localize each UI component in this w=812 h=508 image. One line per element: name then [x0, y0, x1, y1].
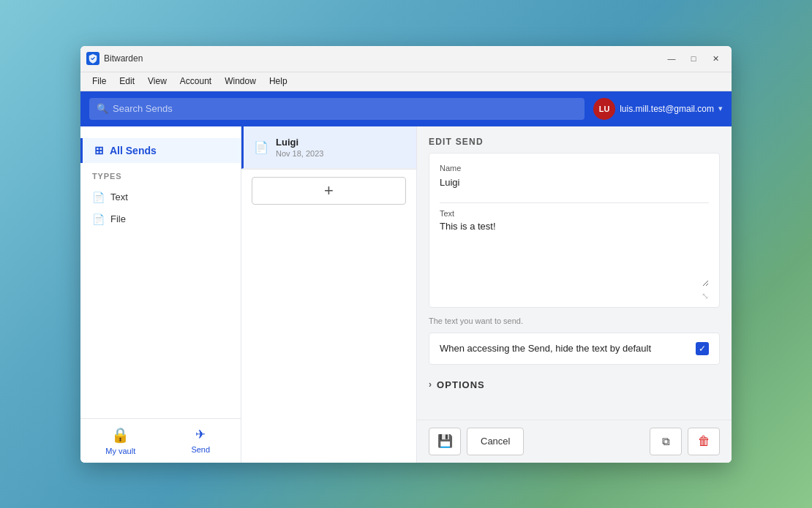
sidebar-type-text-label: Text: [110, 192, 128, 202]
sidebar-item-text[interactable]: 📄 Text: [80, 186, 241, 208]
menu-bar: File Edit View Account Window Help: [80, 72, 732, 91]
lock-icon: 🔒: [111, 426, 129, 444]
send-item-date: Nov 18, 2023: [276, 149, 406, 158]
minimize-button[interactable]: —: [661, 50, 682, 67]
menu-file[interactable]: File: [86, 75, 112, 88]
search-box[interactable]: 🔍: [89, 98, 584, 120]
menu-view[interactable]: View: [142, 75, 173, 88]
menu-help[interactable]: Help: [263, 75, 293, 88]
close-button[interactable]: ✕: [705, 50, 726, 67]
add-send-button[interactable]: +: [252, 177, 406, 205]
maximize-button[interactable]: □: [683, 50, 704, 67]
options-label: OPTIONS: [437, 379, 485, 390]
bitwarden-logo: [86, 52, 99, 65]
cancel-button[interactable]: Cancel: [467, 428, 524, 455]
my-vault-button[interactable]: 🔒 My vault: [80, 419, 161, 463]
save-icon: 💾: [437, 433, 453, 449]
save-button[interactable]: 💾: [429, 428, 461, 455]
edit-send-card: Name Text This is a test! ⤡: [429, 153, 720, 308]
options-chevron-icon: ›: [429, 379, 432, 390]
copy-button[interactable]: ⧉: [650, 428, 682, 455]
chevron-down-icon: ▾: [718, 104, 723, 113]
window-title: Bitwarden: [104, 53, 143, 64]
text-textarea[interactable]: This is a test!: [440, 221, 709, 287]
send-list-bottom: +: [241, 169, 416, 212]
edit-send-header: EDIT SEND: [417, 126, 732, 153]
name-input[interactable]: [440, 177, 709, 188]
hide-text-label: When accessing the Send, hide the text b…: [440, 343, 651, 354]
search-input[interactable]: [113, 103, 577, 114]
edit-send-panel: EDIT SEND Name Text This is a test! ⤡ Th…: [417, 126, 732, 463]
hide-text-checkbox-row[interactable]: When accessing the Send, hide the text b…: [429, 333, 720, 365]
avatar: LU: [593, 98, 615, 120]
main-content: ⊞ All Sends TYPES 📄 Text 📄 File 🔒 My vau…: [80, 126, 732, 463]
copy-icon: ⧉: [662, 435, 670, 448]
text-field-label: Text: [440, 209, 709, 218]
list-item[interactable]: 📄 Luigi Nov 18, 2023: [241, 126, 416, 169]
send-item-doc-icon: 📄: [254, 140, 268, 154]
menu-window[interactable]: Window: [219, 75, 262, 88]
edit-panel-footer: 💾 Cancel ⧉ 🗑: [417, 420, 732, 463]
menu-account[interactable]: Account: [174, 75, 217, 88]
sidebar-footer: 🔒 My vault ✈ Send: [80, 418, 241, 463]
window-controls: — □ ✕: [661, 50, 726, 67]
all-sends-label: All Sends: [110, 145, 157, 156]
my-vault-label: My vault: [105, 447, 135, 455]
edit-send-body: Name Text This is a test! ⤡ The text you…: [417, 153, 732, 420]
send-nav-label: Send: [191, 445, 210, 454]
sidebar: ⊞ All Sends TYPES 📄 Text 📄 File 🔒 My vau…: [80, 126, 241, 463]
send-icon: ✈: [195, 427, 206, 442]
user-menu[interactable]: LU luis.mill.test@gmail.com ▾: [593, 98, 723, 120]
delete-button[interactable]: 🗑: [688, 428, 720, 455]
sidebar-item-file[interactable]: 📄 File: [80, 208, 241, 230]
name-field-label: Name: [440, 164, 709, 173]
hide-text-checkbox[interactable]: ✓: [696, 342, 709, 355]
title-bar: Bitwarden — □ ✕: [80, 46, 732, 72]
sidebar-type-file-label: File: [110, 213, 126, 224]
options-row[interactable]: › OPTIONS: [429, 374, 720, 399]
header-bar: 🔍 LU luis.mill.test@gmail.com ▾: [80, 91, 732, 126]
grid-icon: ⊞: [94, 144, 104, 157]
search-icon: 🔍: [97, 103, 108, 114]
delete-icon: 🗑: [698, 434, 710, 449]
sidebar-item-all-sends[interactable]: ⊞ All Sends: [80, 138, 241, 163]
helper-text: The text you want to send.: [429, 316, 720, 333]
title-bar-left: Bitwarden: [86, 52, 143, 65]
user-email: luis.mill.test@gmail.com: [620, 104, 714, 114]
send-nav-button[interactable]: ✈ Send: [161, 419, 241, 463]
send-item-name: Luigi: [276, 137, 406, 148]
resize-handle-icon: ⤡: [440, 291, 709, 301]
file-icon: 📄: [92, 213, 105, 225]
text-file-icon: 📄: [92, 192, 105, 203]
send-list: 📄 Luigi Nov 18, 2023 +: [241, 126, 417, 463]
menu-edit[interactable]: Edit: [113, 75, 140, 88]
types-section-label: TYPES: [80, 172, 241, 186]
